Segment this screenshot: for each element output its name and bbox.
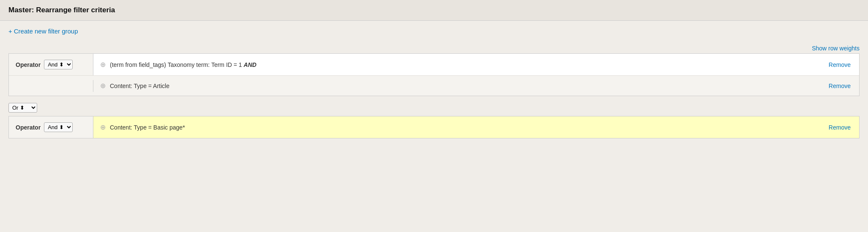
operator-select-group2[interactable]: And ⬍ Or ⬍: [44, 122, 73, 132]
page-title: Master: Rearrange filter criteria: [8, 6, 860, 14]
content-area: + Create new filter group Show row weigh…: [0, 21, 868, 152]
create-filter-group-link[interactable]: + Create new filter group: [8, 28, 78, 35]
group-operator-select[interactable]: Or ⬍ And ⬍: [8, 103, 37, 113]
drag-handle-icon[interactable]: ⊕: [100, 123, 106, 131]
filter-content-cell: ⊕ Content: Type = Basic page*: [93, 117, 820, 137]
filter-group-2: Operator And ⬍ Or ⬍ ⊕ Content: Type = Ba…: [8, 116, 860, 138]
show-row-weights-label: Show row weights: [812, 45, 860, 52]
table-row: ⊕ Content: Type = Article Remove: [9, 76, 859, 96]
remove-link-row1[interactable]: Remove: [820, 61, 859, 68]
drag-handle-icon[interactable]: ⊕: [100, 61, 106, 69]
filter-text: (term from field_tags) Taxonomy term: Te…: [110, 61, 813, 68]
operator-cell-empty: [9, 80, 93, 92]
remove-link-row2[interactable]: Remove: [820, 83, 859, 89]
operator-label-2: Operator: [16, 124, 41, 131]
filter-content-cell: ⊕ Content: Type = Article: [93, 76, 820, 96]
operator-cell: Operator And ⬍ Or ⬍: [9, 116, 93, 138]
operator-cell: Operator And ⬍ Or ⬍: [9, 54, 93, 75]
plus-icon: +: [8, 28, 12, 35]
table-row: Operator And ⬍ Or ⬍ ⊕ Content: Type = Ba…: [9, 116, 859, 138]
drag-handle-icon[interactable]: ⊕: [100, 82, 106, 90]
operator-select-group1[interactable]: And ⬍ Or ⬍: [44, 60, 73, 69]
table-row: Operator And ⬍ Or ⬍ ⊕ (term from field_t…: [9, 54, 859, 76]
create-filter-group-label: Create new filter group: [14, 28, 78, 35]
remove-link-row3[interactable]: Remove: [820, 118, 859, 137]
filter-text: Content: Type = Article: [110, 83, 813, 89]
filter-text: Content: Type = Basic page*: [110, 124, 813, 131]
between-groups-operator: Or ⬍ And ⬍: [8, 103, 860, 113]
page-header: Master: Rearrange filter criteria: [0, 0, 868, 21]
filter-content-cell: ⊕ (term from field_tags) Taxonomy term: …: [93, 55, 820, 75]
show-row-weights[interactable]: Show row weights: [8, 45, 860, 52]
filter-group-1: Operator And ⬍ Or ⬍ ⊕ (term from field_t…: [8, 53, 860, 96]
operator-label: Operator: [16, 61, 41, 68]
